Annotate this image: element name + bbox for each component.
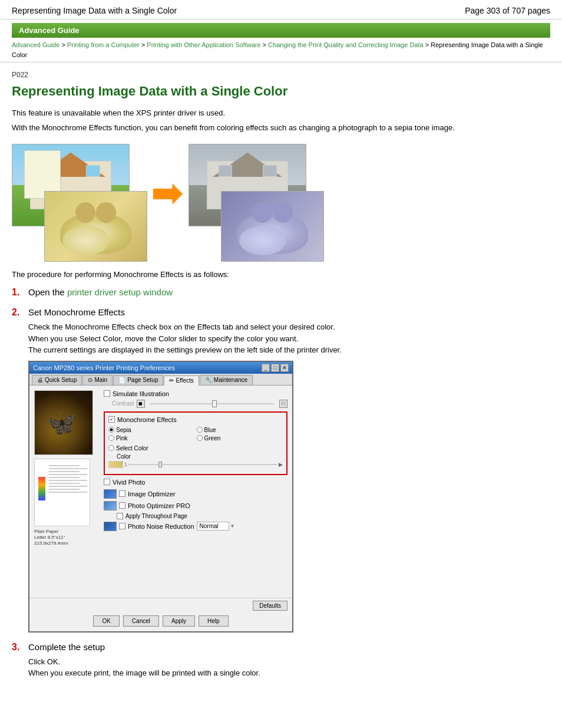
- printer-dialog: Canon MP280 series Printer Printing Pref…: [28, 361, 293, 633]
- main-content: P022 Representing Image Data with a Sing…: [0, 62, 562, 700]
- step-1-number: 1.: [12, 287, 24, 298]
- tab-quick-setup[interactable]: 🖨 Quick Setup: [32, 375, 82, 385]
- step-2-title: Set Monochrome Effects: [28, 307, 125, 317]
- noise-select-arrow: ▼: [230, 523, 235, 529]
- preview-line: [49, 471, 80, 472]
- noise-reduction-checkbox[interactable]: [119, 523, 125, 529]
- step-1-title: Open the printer driver setup window: [28, 287, 173, 297]
- color-slider-thumb: [158, 462, 162, 467]
- dialog-preview: Plain PaperLetter 8.5"x11" 215.9x279.4mm: [34, 390, 99, 593]
- dialog-options: Simulate Illustration Contrast ◼ □: [104, 390, 287, 593]
- defaults-button[interactable]: Defaults: [253, 601, 287, 611]
- cancel-button[interactable]: Cancel: [123, 615, 159, 627]
- procedure-text: The procedure for performing Monochrome …: [12, 270, 550, 279]
- step-1-header: 1. Open the printer driver setup window: [12, 287, 550, 298]
- simulate-illustration-label: Simulate Illustration: [113, 390, 169, 397]
- noise-reduction-icon: [104, 522, 117, 531]
- preview-line: [49, 492, 87, 493]
- radio-sepia[interactable]: Sepia: [108, 427, 195, 433]
- step-2-number: 2.: [12, 307, 24, 318]
- preview-page: [34, 459, 90, 526]
- photo-optimizer-icon: [104, 501, 117, 510]
- radio-sepia-btn[interactable]: [108, 427, 114, 433]
- tab-maintenance[interactable]: 🔧 Maintenance: [200, 375, 253, 385]
- dialog-footer: Defaults: [29, 598, 292, 613]
- advanced-guide-banner: Advanced Guide: [12, 23, 550, 38]
- noise-level-select-wrapper: Normal ▼: [197, 522, 235, 531]
- radio-pink[interactable]: Pink: [108, 435, 195, 442]
- photo-optimizer-pro-label: Photo Optimizer PRO: [128, 502, 190, 509]
- preview-line: [49, 477, 80, 478]
- tab-effects[interactable]: ✏ Effects: [164, 375, 199, 386]
- breadcrumb: Advanced Guide > Printing from a Compute…: [0, 38, 562, 62]
- select-color-label: Select Color: [116, 445, 148, 452]
- image-optimizer-row: Image Optimizer: [104, 489, 287, 499]
- monochrome-title-row: Monochrome Effects: [108, 416, 283, 423]
- vivid-photo-row: Vivid Photo: [104, 479, 287, 486]
- radio-green-label: Green: [204, 435, 221, 442]
- dialog-title: Canon MP280 series Printer Printing Pref…: [33, 364, 175, 371]
- radio-green-btn[interactable]: [197, 435, 203, 441]
- image-optimizer-checkbox[interactable]: [119, 490, 125, 497]
- step-3-header: 3. Complete the setup: [12, 642, 550, 653]
- demo-dog-purple: [221, 191, 324, 262]
- vivid-photo-checkbox[interactable]: [104, 479, 110, 485]
- apply-button[interactable]: Apply: [163, 615, 195, 627]
- step-3-title: Complete the setup: [28, 642, 105, 652]
- preview-line: [49, 480, 87, 481]
- radio-blue[interactable]: Blue: [197, 427, 283, 433]
- tab-page-setup[interactable]: 📄 Page Setup: [113, 375, 163, 385]
- radio-green[interactable]: Green: [197, 435, 283, 442]
- help-button[interactable]: Help: [199, 615, 229, 627]
- color-slider-area: 1 ▶: [108, 461, 283, 468]
- monochrome-effects-label: Monochrome Effects: [117, 416, 177, 423]
- image-optimizer-label: Image Optimizer: [128, 490, 176, 498]
- breadcrumb-changing-quality[interactable]: Changing the Print Quality and Correctin…: [268, 41, 424, 48]
- contrast-row: Contrast ◼ □: [112, 400, 287, 408]
- radio-blue-label: Blue: [204, 427, 216, 433]
- photo-optimizer-pro-checkbox[interactable]: [119, 502, 125, 509]
- ok-button[interactable]: OK: [93, 615, 119, 627]
- banner-label: Advanced Guide: [19, 26, 80, 35]
- dialog-minimize-btn[interactable]: _: [262, 364, 270, 372]
- demo-before: [12, 144, 147, 262]
- monochrome-effects-checkbox[interactable]: [108, 416, 115, 423]
- dialog-action-buttons: OK Cancel Apply Help: [29, 613, 292, 631]
- color-slider[interactable]: [128, 464, 277, 465]
- preview-butterfly-img: [35, 391, 92, 454]
- simulate-illustration-row: Simulate Illustration: [104, 390, 287, 397]
- breadcrumb-printing-computer[interactable]: Printing from a Computer: [67, 41, 140, 48]
- preview-line: [49, 486, 87, 487]
- intro-text-1: This feature is unavailable when the XPS…: [12, 107, 550, 119]
- page-info: Page 303 of 707 pages: [465, 6, 550, 15]
- noise-level-select[interactable]: Normal: [197, 522, 229, 531]
- demo-dog-color: [44, 191, 147, 262]
- vivid-photo-label: Vivid Photo: [113, 479, 145, 486]
- breadcrumb-advanced-guide[interactable]: Advanced Guide: [12, 41, 59, 48]
- breadcrumb-printing-other[interactable]: Printing with Other Application Software: [147, 41, 260, 48]
- printer-driver-link[interactable]: printer driver setup window: [67, 287, 173, 297]
- step-3-desc: Click OK. When you execute print, the im…: [28, 656, 550, 679]
- apply-throughout-checkbox[interactable]: [117, 513, 123, 519]
- radio-select-color-btn[interactable]: [108, 445, 114, 451]
- dialog-body: Plain PaperLetter 8.5"x11" 215.9x279.4mm…: [29, 386, 292, 598]
- intro-text-2: With the Monochrome Effects function, yo…: [12, 122, 550, 134]
- dialog-maximize-btn[interactable]: □: [271, 364, 279, 372]
- step-2: 2. Set Monochrome Effects Check the Mono…: [12, 307, 550, 633]
- radio-blue-btn[interactable]: [197, 427, 203, 433]
- contrast-slider[interactable]: [150, 403, 275, 404]
- apply-throughout-label: Apply Throughout Page: [125, 513, 187, 519]
- slider-left-end: ◼: [137, 400, 145, 408]
- color-swatch: [108, 461, 123, 468]
- step-2-header: 2. Set Monochrome Effects: [12, 307, 550, 318]
- tab-main[interactable]: ⊙ Main: [82, 375, 113, 385]
- dialog-close-btn[interactable]: ✕: [280, 364, 289, 372]
- step-3: 3. Complete the setup Click OK. When you…: [12, 642, 550, 679]
- arrow: [147, 183, 189, 205]
- simulate-illustration-checkbox[interactable]: [104, 390, 110, 397]
- monochrome-effects-box: Monochrome Effects Sepia Blue: [104, 411, 287, 475]
- dialog-tabs: 🖨 Quick Setup ⊙ Main 📄 Page Setup ✏ Effe…: [29, 374, 292, 386]
- page-header: Representing Image Data with a Single Co…: [0, 0, 562, 19]
- radio-pink-btn[interactable]: [108, 435, 114, 441]
- preview-image: [34, 390, 93, 455]
